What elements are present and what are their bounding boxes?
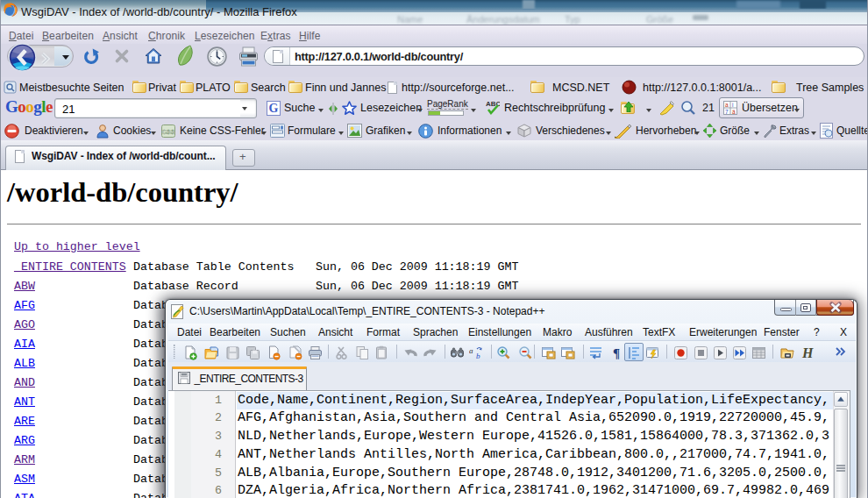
svg-text:i: i <box>732 102 733 108</box>
svg-text:¶: ¶ <box>613 346 620 360</box>
svg-text:H: H <box>801 345 814 360</box>
svg-text:ä: ä <box>732 109 736 115</box>
svg-text:b: b <box>476 352 480 360</box>
svg-text:CSS: CSS <box>162 129 175 135</box>
svg-text:G: G <box>269 102 279 115</box>
svg-text:a: a <box>469 346 473 355</box>
svg-text:a: a <box>725 102 729 108</box>
svg-text:7: 7 <box>725 109 729 115</box>
